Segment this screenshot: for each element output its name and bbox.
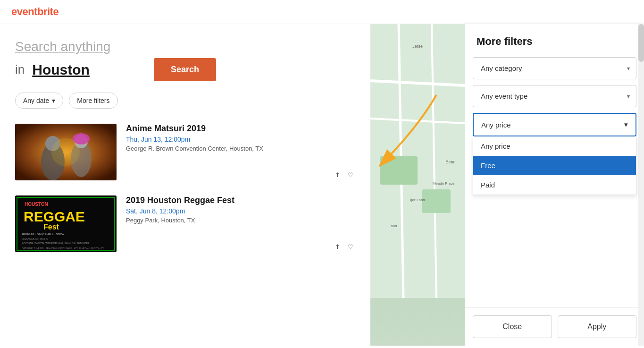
more-filters-label: More filters xyxy=(77,97,109,104)
anime-art xyxy=(15,124,117,180)
share-button-reggae[interactable]: ⬆ xyxy=(333,241,342,252)
svg-text:Fest: Fest xyxy=(43,223,59,231)
scrollbar[interactable] xyxy=(638,24,644,346)
event-title-reggae[interactable]: 2019 Houston Reggae Fest xyxy=(126,195,355,205)
svg-text:ood: ood xyxy=(391,224,397,228)
more-filters-button[interactable]: More filters xyxy=(69,93,117,109)
event-type-select[interactable]: Any event type Classes Concerts Conferen… xyxy=(473,85,636,107)
content-area: Search anything in Houston Search Any da… xyxy=(0,24,370,346)
svg-rect-21 xyxy=(380,156,418,185)
svg-text:Jerse: Jerse xyxy=(412,44,423,49)
price-select-display[interactable]: Any price ▾ xyxy=(473,113,636,136)
svg-text:REGGAE: REGGAE xyxy=(24,209,85,224)
location-text[interactable]: Houston xyxy=(32,62,90,78)
event-image-reggae[interactable]: HOUSTON REGGAE Fest REGGAE · DANCEHALL ·… xyxy=(15,195,117,252)
any-date-button[interactable]: Any date ▾ xyxy=(15,93,63,109)
event-type-wrapper: Any event type Classes Concerts Conferen… xyxy=(473,85,636,107)
svg-text:I-OCTANE, BATVON, WARRIOR KING: I-OCTANE, BATVON, WARRIOR KING, IMANI BA… xyxy=(22,242,90,245)
event-title-anime[interactable]: Anime Matsuri 2019 xyxy=(126,124,355,134)
map-svg: Jerse Bend Meado Place gar Land ood xyxy=(370,24,465,298)
price-label: Any price xyxy=(481,121,511,129)
share-button-anime[interactable]: ⬆ xyxy=(333,170,342,180)
event-info-anime: Anime Matsuri 2019 Thu, Jun 13, 12:00pm … xyxy=(126,124,355,152)
header: eventbrite xyxy=(0,0,644,24)
event-location-anime: George R. Brown Convention Center, Houst… xyxy=(126,145,355,152)
event-date-reggae: Sat, Jun 8, 12:00pm xyxy=(126,207,355,215)
category-select[interactable]: Any category Music Food & Drink Arts Spo… xyxy=(473,57,636,79)
scrollbar-thumb xyxy=(638,24,644,62)
svg-text:Meado Place: Meado Place xyxy=(433,181,455,186)
close-button[interactable]: Close xyxy=(473,315,552,338)
date-chevron-icon: ▾ xyxy=(52,97,55,104)
event-date-anime: Thu, Jun 13, 12:00pm xyxy=(126,136,355,143)
filters-panel: More filters Any category Music Food & D… xyxy=(465,24,644,346)
event-actions-reggae: ⬆ ♡ xyxy=(333,241,355,252)
heart-icon: ♡ xyxy=(348,171,353,178)
reggae-svg: HOUSTON REGGAE Fest REGGAE · DANCEHALL ·… xyxy=(15,195,117,252)
favorite-button-anime[interactable]: ♡ xyxy=(346,170,355,180)
anime-svg xyxy=(15,124,117,180)
event-card-anime: Anime Matsuri 2019 Thu, Jun 13, 12:00pm … xyxy=(15,124,355,180)
main-layout: Search anything in Houston Search Any da… xyxy=(0,24,644,346)
category-wrapper: Any category Music Food & Drink Arts Spo… xyxy=(473,57,636,79)
event-location-reggae: Peggy Park, Houston, TX xyxy=(126,217,355,224)
svg-text:3 STAGES OF MUSIC: 3 STAGES OF MUSIC xyxy=(22,238,48,240)
any-date-label: Any date xyxy=(23,97,49,104)
location-row: in Houston Search xyxy=(15,58,355,81)
heart-icon-reggae: ♡ xyxy=(348,243,353,250)
share-icon: ⬆ xyxy=(335,171,340,178)
search-button[interactable]: Search xyxy=(154,58,216,81)
svg-point-6 xyxy=(51,138,80,166)
event-image-anime[interactable] xyxy=(15,124,117,180)
share-icon-reggae: ⬆ xyxy=(335,243,340,250)
event-actions-anime: ⬆ ♡ xyxy=(333,170,355,180)
reggae-art: HOUSTON REGGAE Fest REGGAE · DANCEHALL ·… xyxy=(15,195,117,252)
filter-row: Any date ▾ More filters xyxy=(15,93,355,109)
map-area: Jerse Bend Meado Place gar Land ood xyxy=(370,24,465,346)
price-option-paid[interactable]: Paid xyxy=(473,175,636,195)
svg-text:SATURDAY JUNE 8TH · 1PM-10PM ·: SATURDAY JUNE 8TH · 1PM-10PM · PEGGY PAR… xyxy=(22,247,104,250)
svg-text:gar Land: gar Land xyxy=(410,198,425,202)
price-wrapper: Any price ▾ Any price Free Paid xyxy=(473,113,636,136)
logo[interactable]: eventbrite xyxy=(11,6,633,18)
apply-button[interactable]: Apply xyxy=(558,315,637,338)
favorite-button-reggae[interactable]: ♡ xyxy=(346,241,355,252)
svg-rect-22 xyxy=(422,189,451,213)
svg-text:REGGAE · DANCEHALL · SOCA: REGGAE · DANCEHALL · SOCA xyxy=(22,233,64,236)
price-option-any[interactable]: Any price xyxy=(473,136,636,156)
price-option-free[interactable]: Free xyxy=(473,156,636,175)
map-background: Jerse Bend Meado Place gar Land ood xyxy=(370,24,465,346)
filter-actions: Close Apply xyxy=(465,307,644,346)
filters-panel-title: More filters xyxy=(465,24,644,57)
price-chevron-icon: ▾ xyxy=(624,120,628,129)
event-info-reggae: 2019 Houston Reggae Fest Sat, Jun 8, 12:… xyxy=(126,195,355,224)
svg-text:Bend: Bend xyxy=(445,160,455,164)
in-label: in xyxy=(15,62,25,77)
svg-text:HOUSTON: HOUSTON xyxy=(25,202,48,207)
search-heading[interactable]: Search anything xyxy=(15,39,355,54)
price-dropdown-options: Any price Free Paid xyxy=(473,136,636,195)
event-card-reggae: HOUSTON REGGAE Fest REGGAE · DANCEHALL ·… xyxy=(15,195,355,252)
